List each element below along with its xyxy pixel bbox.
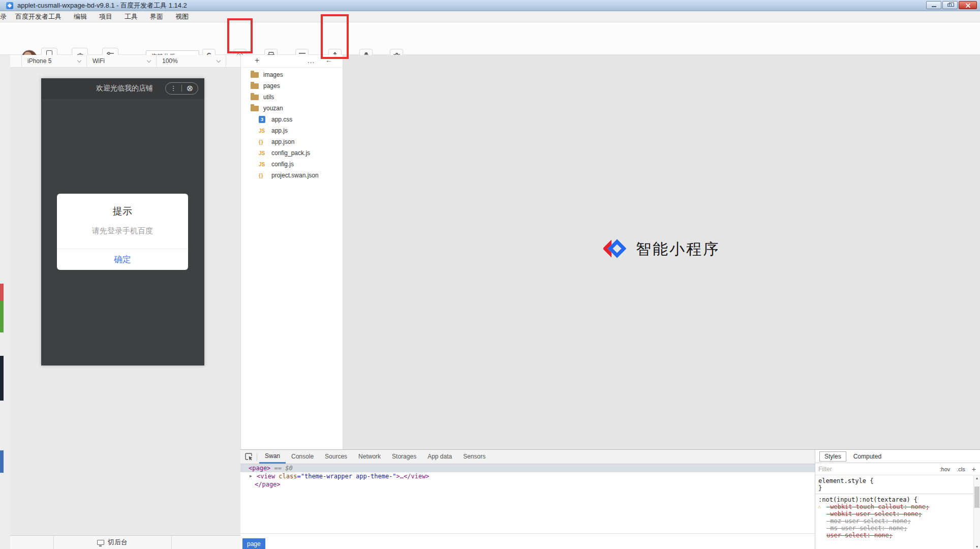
warning-icon: ⚠ [818, 503, 821, 510]
restore-button[interactable] [942, 1, 958, 9]
tab-app-data[interactable]: App data [422, 450, 457, 464]
file-tree: ▸ images ▸ pages ▸ utils ▸ youzan 3 app.… [240, 68, 343, 449]
phone-page-title: 欢迎光临我的店铺 [96, 84, 153, 93]
publish-annotation-box [321, 14, 349, 59]
tree-item-images[interactable]: ▸ images [241, 69, 343, 80]
minimize-button[interactable] [926, 1, 941, 9]
device-bar: iPhone 5 WiFi 100% [10, 55, 240, 68]
expand-arrow-icon[interactable]: ▸ [241, 106, 251, 111]
element-row-view[interactable]: ▶<view class="theme-wrapper app-theme-">… [240, 472, 815, 480]
folder-icon [251, 72, 259, 78]
tab-storages[interactable]: Storages [386, 450, 422, 464]
minimize-icon [932, 6, 936, 7]
js-file-icon: JS [259, 162, 265, 167]
breadcrumb-page[interactable]: page [242, 538, 265, 549]
tab-console[interactable]: Console [286, 450, 319, 464]
css-property[interactable]: -moz-user-select: none; [818, 517, 972, 525]
css-property[interactable]: user-select: none; [818, 532, 972, 539]
tree-item-app-css[interactable]: 3 app.css [241, 114, 343, 125]
expand-arrow-icon[interactable]: ▶ [250, 472, 252, 480]
chevron-down-icon [147, 58, 151, 62]
scroll-down-icon[interactable]: ▼ [974, 545, 980, 548]
menu-interface[interactable]: 界面 [144, 12, 169, 21]
element-row-page-close[interactable]: </page> [240, 480, 815, 489]
tab-swan[interactable]: Swan [259, 450, 286, 464]
logo-text: 智能小程序 [636, 239, 720, 260]
device-select[interactable]: iPhone 5 [22, 55, 87, 67]
css-property[interactable]: -ms-user-select: none; [818, 525, 972, 532]
swan-logo-icon [603, 238, 628, 260]
simulator-footer: 切后台 [10, 535, 240, 549]
title-bar: applet-cusmall-wxpage-bd-v9.8.1 - 百度开发者工… [0, 0, 980, 11]
tree-item-project-swan-json[interactable]: { } project.swan.json [241, 170, 343, 181]
elements-breadcrumb-bar: page [240, 533, 815, 549]
tab-sensors[interactable]: Sensors [457, 450, 491, 464]
main-canvas: 智能小程序 [343, 55, 980, 449]
expand-arrow-icon[interactable]: ▸ [241, 72, 251, 77]
element-classes-button[interactable]: .cls [957, 466, 965, 472]
app-logo-icon [6, 2, 13, 9]
chevron-down-icon [217, 58, 221, 62]
desktop-edge-sliver [0, 450, 4, 473]
pseudo-state-button[interactable]: :hov [940, 466, 951, 472]
menu-edit[interactable]: 编辑 [68, 12, 93, 21]
styles-filter-row: :hov .cls + [815, 463, 980, 475]
css-file-icon: 3 [259, 116, 265, 123]
element-style-rule[interactable]: element.style { [818, 477, 972, 484]
close-app-icon[interactable]: ⊗ [187, 84, 193, 93]
scroll-up-icon[interactable]: ▲ [974, 476, 980, 480]
phone-capsule: ⋮ ⊗ [165, 82, 198, 95]
tree-item-utils[interactable]: ▸ utils [241, 92, 343, 103]
desktop-edge-sliver [0, 356, 4, 401]
menu-bar: 录 百度开发者工具 编辑 项目 工具 界面 视图 [0, 11, 980, 22]
new-style-rule-button[interactable]: + [972, 465, 976, 473]
smart-miniprogram-logo: 智能小程序 [603, 238, 720, 260]
window-title: applet-cusmall-wxpage-bd-v9.8.1 - 百度开发者工… [17, 1, 187, 10]
styles-scrollbar[interactable]: ▲ ▼ [973, 475, 980, 549]
tree-item-config-js[interactable]: JS config.js [241, 159, 343, 170]
expand-arrow-icon[interactable]: ▸ [241, 95, 251, 100]
menu-view[interactable]: 视图 [169, 12, 195, 21]
dialog-message: 请先登录手机百度 [57, 226, 188, 236]
dialog-title: 提示 [57, 205, 188, 218]
simulator-panel: 欢迎光临我的店铺 ⋮ ⊗ 提示 请先登录手机百度 确定 [10, 68, 240, 535]
more-options-button[interactable]: … [307, 56, 315, 65]
css-selector[interactable]: :not(input):not(textarea) { [818, 496, 972, 503]
tree-item-pages[interactable]: ▸ pages [241, 80, 343, 92]
inspect-cursor-icon [245, 453, 253, 461]
js-file-icon: JS [259, 128, 265, 134]
tree-item-app-json[interactable]: { } app.json [241, 136, 343, 147]
menu-devtools[interactable]: 百度开发者工具 [9, 12, 68, 21]
network-select[interactable]: WiFi [87, 55, 157, 67]
menu-tools[interactable]: 工具 [118, 12, 144, 21]
menu-project[interactable]: 项目 [93, 12, 118, 21]
monitor-icon [97, 540, 104, 545]
tab-styles[interactable]: Styles [819, 451, 846, 462]
css-property[interactable]: -webkit-user-select: none; [818, 510, 972, 517]
element-row-page-open[interactable]: <page> == $0 [240, 464, 815, 472]
folder-icon [251, 83, 259, 89]
tree-item-app-js[interactable]: JS app.js [241, 125, 343, 136]
add-file-button[interactable]: + [255, 56, 259, 65]
zoom-select[interactable]: 100% [157, 55, 226, 67]
styles-rules: element.style { } :not(input):not(textar… [815, 475, 980, 539]
tab-computed[interactable]: Computed [849, 452, 886, 461]
tree-item-youzan[interactable]: ▸ youzan [241, 103, 343, 114]
menu-dots-icon[interactable]: ⋮ [170, 84, 177, 92]
edge-partial-text: 录 [0, 12, 9, 21]
tree-item-config-pack-js[interactable]: JS config_pack.js [241, 147, 343, 159]
toolbar: 模拟器 </> 编辑器 调试器 依赖分析 C 编译 ◎ 预览 [0, 22, 980, 55]
scrollbar-thumb[interactable] [974, 486, 979, 508]
close-button[interactable] [959, 1, 977, 9]
styles-panel: Styles Computed :hov .cls + element.styl… [815, 450, 980, 549]
styles-filter-input[interactable] [818, 466, 890, 473]
styles-tab-bar: Styles Computed [815, 450, 980, 463]
tab-sources[interactable]: Sources [319, 450, 353, 464]
switch-background-button[interactable]: 切后台 [53, 536, 171, 549]
inspect-element-button[interactable] [245, 453, 253, 461]
css-property[interactable]: ⚠ -webkit-touch-callout: none; [818, 503, 972, 510]
tab-network[interactable]: Network [353, 450, 386, 464]
expand-arrow-icon[interactable]: ▸ [241, 83, 251, 88]
folder-icon [251, 95, 259, 100]
dialog-confirm-button[interactable]: 确定 [57, 249, 188, 270]
